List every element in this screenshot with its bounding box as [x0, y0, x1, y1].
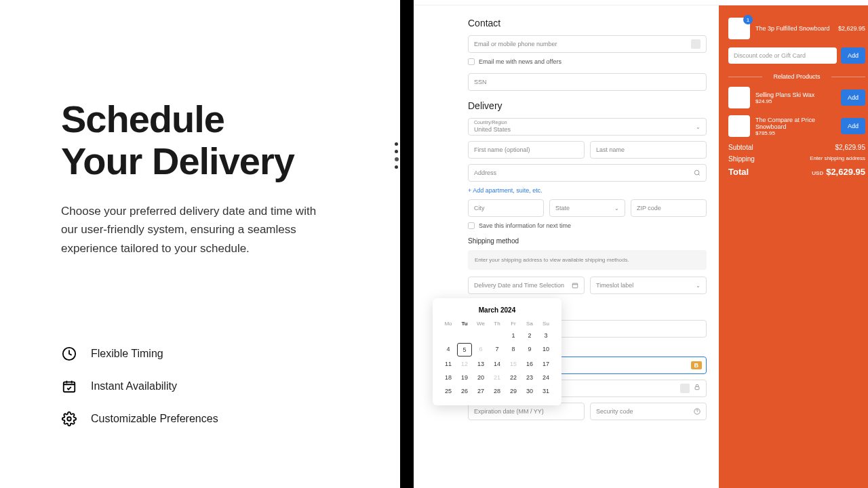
chevron-down-icon: ⌄ [614, 205, 619, 211]
chevron-down-icon: ⌄ [696, 124, 701, 130]
feature-label: Flexible Timing [91, 348, 163, 360]
calendar-day[interactable]: 11 [441, 358, 456, 370]
calendar-day[interactable]: 14 [490, 358, 505, 370]
b-badge: B [691, 361, 703, 369]
related-item: The Compare at Price Snowboard$785.95 Ad… [728, 115, 865, 137]
ssn-input[interactable]: SSN [468, 73, 707, 91]
cart-thumbnail: 1 [728, 18, 750, 39]
shipping-hint: Enter your shipping address to view avai… [468, 250, 707, 270]
first-name-input[interactable]: First name (optional) [468, 141, 585, 159]
calendar-day-name: Th [490, 319, 505, 328]
calendar-day[interactable]: 6 [473, 343, 488, 357]
calendar-day[interactable]: 9 [522, 343, 537, 357]
add-apartment-link[interactable]: + Add apartment, suite, etc. [468, 187, 707, 194]
calendar-month: March 2024 [441, 306, 553, 314]
add-related-button[interactable]: Add [841, 118, 865, 134]
calendar-day[interactable]: 20 [473, 371, 488, 384]
gear-icon [61, 411, 77, 427]
calendar-day[interactable]: 22 [506, 371, 521, 384]
last-name-input[interactable]: Last name [590, 141, 707, 159]
calendar-day [457, 329, 472, 342]
state-select[interactable]: State⌄ [549, 199, 625, 217]
country-select[interactable]: Country/RegionUnited States⌄ [468, 118, 707, 136]
cart-item: 1 The 3p Fulfilled Snowboard $2,629.95 [728, 18, 865, 39]
feature-label: Customizable Preferences [91, 413, 218, 425]
calendar-day[interactable]: 25 [441, 385, 456, 397]
add-related-button[interactable]: Add [841, 89, 865, 106]
security-code-input[interactable]: Security code [590, 403, 707, 420]
svg-point-2 [67, 417, 71, 421]
calendar-check-icon [61, 378, 77, 394]
calendar-day[interactable]: 7 [490, 343, 505, 357]
calendar-day[interactable]: 1 [506, 329, 521, 342]
calendar-day [473, 329, 488, 342]
calendar-day[interactable]: 23 [522, 371, 537, 384]
calendar-day[interactable]: 29 [506, 385, 521, 397]
calendar-popup: March 2024 MoTuWeThFrSaSu123456789101112… [433, 298, 561, 405]
calendar-day[interactable]: 3 [538, 329, 553, 342]
calendar-day[interactable]: 15 [506, 358, 521, 370]
calendar-day[interactable]: 2 [522, 329, 537, 342]
delivery-date-input[interactable]: Delivery Date and Time Selection [468, 277, 585, 294]
calendar-icon [572, 282, 578, 289]
calendar-day-name: Mo [441, 319, 456, 328]
qty-badge: 1 [743, 15, 753, 24]
hero-description: Choose your preferred delivery date and … [61, 202, 319, 258]
calendar-day[interactable]: 21 [490, 371, 505, 384]
shipping-method-title: Shipping method [468, 237, 707, 245]
search-icon [694, 169, 701, 176]
features-list: Flexible Timing Instant Availability Cus… [61, 346, 373, 427]
calendar-day[interactable]: 31 [538, 385, 553, 397]
svg-rect-4 [572, 283, 578, 288]
discount-input[interactable]: Discount code or Gift Card [728, 47, 837, 64]
address-input[interactable]: Address [468, 164, 707, 182]
app-header: CheckoutBricks [414, 0, 868, 5]
email-input[interactable]: Email or mobile phone number [468, 35, 707, 53]
calendar-day[interactable]: 27 [473, 385, 488, 397]
calendar-day[interactable]: 16 [522, 358, 537, 370]
calendar-day [490, 329, 505, 342]
clock-icon [61, 346, 77, 362]
zip-input[interactable]: ZIP code [631, 199, 707, 217]
calendar-day[interactable]: 13 [473, 358, 488, 370]
svg-point-3 [694, 170, 699, 175]
checkout-form: Contact Email or mobile phone number Ema… [414, 5, 719, 488]
calendar-day[interactable]: 26 [457, 385, 472, 397]
feature-label: Instant Availability [91, 380, 177, 392]
timeslot-select[interactable]: Timeslot label⌄ [590, 277, 707, 294]
contact-title: Contact [468, 18, 707, 28]
calendar-day[interactable]: 10 [538, 343, 553, 357]
card-icon [680, 384, 690, 393]
calendar-day-name: We [473, 319, 488, 328]
related-item: Selling Plans Ski Wax$24.95 Add [728, 87, 865, 108]
related-thumbnail [728, 87, 750, 108]
calendar-day[interactable]: 12 [457, 358, 472, 370]
calendar-day[interactable]: 17 [538, 358, 553, 370]
calendar-day[interactable]: 30 [522, 385, 537, 397]
calendar-day[interactable]: 28 [490, 385, 505, 397]
city-input[interactable]: City [468, 199, 544, 217]
calendar-day[interactable]: 8 [506, 343, 521, 357]
calendar-day-name: Su [538, 319, 553, 328]
calendar-day-name: Fr [506, 319, 521, 328]
svg-rect-1 [64, 382, 75, 392]
lock-icon [694, 384, 701, 390]
keypad-icon [691, 39, 701, 49]
news-checkbox[interactable]: Email me with news and offers [468, 58, 707, 65]
order-summary: 1 The 3p Fulfilled Snowboard $2,629.95 D… [719, 5, 868, 488]
save-info-checkbox[interactable]: Save this information for next time [468, 222, 707, 229]
chevron-down-icon: ⌄ [696, 283, 701, 289]
calendar-day[interactable]: 24 [538, 371, 553, 384]
tablet-frame: CheckoutBricks Contact Email or mobile p… [400, 0, 868, 488]
calendar-day-name: Tu [457, 319, 472, 328]
related-title: Related Products [728, 73, 865, 80]
calendar-day [441, 329, 456, 342]
calendar-day-name: Sa [522, 319, 537, 328]
calendar-day[interactable]: 18 [441, 371, 456, 384]
hero-headline: Schedule Your Delivery [61, 98, 373, 182]
calendar-day[interactable]: 19 [457, 371, 472, 384]
add-discount-button[interactable]: Add [841, 47, 865, 64]
calendar-day[interactable]: 4 [441, 343, 456, 357]
delivery-title: Delivery [468, 100, 707, 111]
calendar-day[interactable]: 5 [457, 343, 472, 357]
